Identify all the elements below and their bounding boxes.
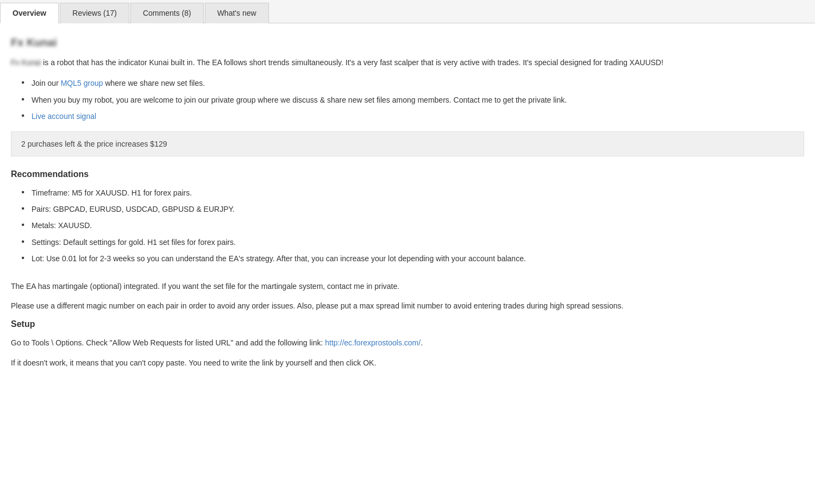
- product-name-blurred: Fx Kunai: [11, 58, 41, 67]
- list-item-private-group: When you buy my robot, you are welcome t…: [22, 94, 804, 106]
- setup-step1: Go to Tools \ Options. Check "Allow Web …: [11, 337, 804, 349]
- setup-step1-before: Go to Tools \ Options. Check "Allow Web …: [11, 338, 325, 347]
- description-text: is a robot that has the indicator Kunai …: [43, 58, 663, 67]
- rec-item-2-text: Metals: XAUUSD.: [32, 221, 92, 230]
- setup-step2: If it doesn't work, it means that you ca…: [11, 357, 804, 369]
- price-notice-box: 2 purchases left & the price increases $…: [11, 131, 804, 156]
- magic-number-note: Please use a different magic number on e…: [11, 300, 804, 312]
- rec-item-1: Pairs: GBPCAD, EURUSD, USDCAD, GBPUSD & …: [22, 203, 804, 215]
- list-item-mql5-after: where we share new set files.: [103, 79, 205, 87]
- tab-overview[interactable]: Overview: [0, 3, 59, 23]
- rec-item-3: Settings: Default settings for gold. H1 …: [22, 236, 804, 248]
- product-title: Fx Kunai: [11, 36, 804, 49]
- rec-item-2: Metals: XAUUSD.: [22, 219, 804, 231]
- rec-item-1-text: Pairs: GBPCAD, EURUSD, USDCAD, GBPUSD & …: [32, 205, 235, 213]
- rec-item-3-text: Settings: Default settings for gold. H1 …: [32, 238, 236, 247]
- list-item-private-group-text: When you buy my robot, you are welcome t…: [32, 96, 567, 104]
- recommendations-section: Recommendations Timeframe: M5 for XAUUSD…: [11, 169, 804, 265]
- rec-item-4-text: Lot: Use 0.01 lot for 2-3 weeks so you c…: [32, 254, 526, 263]
- list-item-mql5-before: Join our: [32, 79, 61, 87]
- intro-bullet-list: Join our MQL5 group where we share new s…: [22, 77, 804, 122]
- rec-item-0: Timeframe: M5 for XAUUSD. H1 for forex p…: [22, 187, 804, 199]
- product-description: Fx Kunai is a robot that has the indicat…: [11, 56, 804, 68]
- recommendations-list: Timeframe: M5 for XAUUSD. H1 for forex p…: [22, 187, 804, 265]
- live-account-signal-link[interactable]: Live account signal: [32, 112, 96, 121]
- recommendations-title: Recommendations: [11, 169, 804, 179]
- mql5-group-link[interactable]: MQL5 group: [61, 79, 103, 87]
- tabs-bar: Overview Reviews (17) Comments (8) What'…: [0, 0, 815, 23]
- list-item-live-signal: Live account signal: [22, 110, 804, 122]
- tab-whats-new[interactable]: What's new: [205, 3, 269, 23]
- tab-comments[interactable]: Comments (8): [130, 3, 204, 23]
- tab-reviews[interactable]: Reviews (17): [60, 3, 129, 23]
- setup-section: Setup Go to Tools \ Options. Check "Allo…: [11, 319, 804, 369]
- setup-link[interactable]: http://ec.forexprostools.com/: [325, 338, 421, 347]
- rec-item-4: Lot: Use 0.01 lot for 2-3 weeks so you c…: [22, 253, 804, 264]
- rec-item-0-text: Timeframe: M5 for XAUUSD. H1 for forex p…: [32, 188, 192, 197]
- martingale-note: The EA has martingale (optional) integra…: [11, 280, 804, 292]
- list-item-mql5: Join our MQL5 group where we share new s…: [22, 77, 804, 89]
- main-content: Fx Kunai Fx Kunai is a robot that has th…: [0, 23, 815, 397]
- setup-title: Setup: [11, 319, 804, 329]
- price-notice-text: 2 purchases left & the price increases $…: [21, 140, 167, 148]
- setup-step1-after: .: [421, 338, 423, 347]
